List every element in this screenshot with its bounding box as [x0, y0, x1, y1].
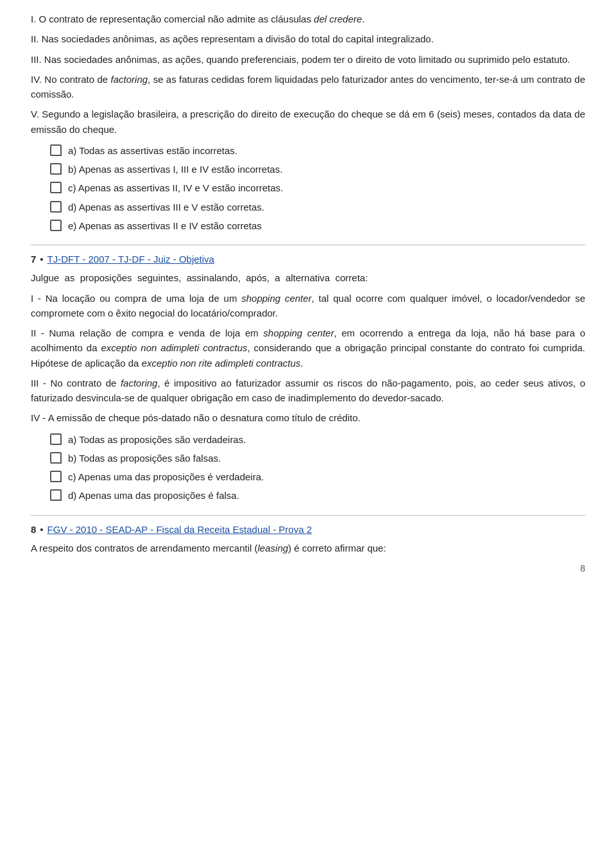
- radio-icon-1b[interactable]: [50, 163, 62, 175]
- assertion-II: II. Nas sociedades anônimas, as ações re…: [31, 31, 585, 46]
- option-2c[interactable]: c) Apenas uma das proposições é verdadei…: [50, 469, 585, 484]
- option-2a[interactable]: a) Todas as proposições são verdadeiras.: [50, 432, 585, 447]
- option-2d-text: d) Apenas uma das proposições é falsa.: [68, 488, 585, 503]
- radio-icon-2a[interactable]: [50, 433, 62, 445]
- option-1d-text: d) Apenas as assertivas III e V estão co…: [68, 200, 585, 214]
- assertion-III: III. Nas sociedades anônimas, as ações, …: [31, 52, 585, 67]
- option-1d[interactable]: d) Apenas as assertivas III e V estão co…: [50, 200, 585, 214]
- page-number: 8: [31, 562, 585, 576]
- radio-icon-1d[interactable]: [50, 201, 62, 213]
- option-1c-text: c) Apenas as assertivas II, IV e V estão…: [68, 180, 585, 195]
- section-divider-2: [31, 515, 585, 516]
- question-7-number: 7: [31, 252, 36, 266]
- question-8-intro: A respeito dos contratos de arrendamento…: [31, 541, 585, 555]
- question-7-para-IV: IV - A emissão de cheque pós-datado não …: [31, 410, 585, 425]
- radio-icon-2d[interactable]: [50, 489, 62, 501]
- assertion-V: V. Segundo a legislação brasileira, a pr…: [31, 107, 585, 137]
- options-group-1: a) Todas as assertivas estão incorretas.…: [31, 143, 585, 233]
- question-7-header: 7 • TJ-DFT - 2007 - TJ-DF - Juiz - Objet…: [31, 252, 585, 266]
- radio-icon-2b[interactable]: [50, 452, 62, 464]
- question-7-para-II: II - Numa relação de compra e venda de l…: [31, 326, 585, 370]
- options-group-2: a) Todas as proposições são verdadeiras.…: [31, 432, 585, 503]
- assertion-IV: IV. No contrato de factoring, se as fatu…: [31, 72, 585, 102]
- question-8-number: 8: [31, 522, 36, 537]
- assertion-I: I. O contrato de representação comercial…: [31, 12, 585, 26]
- option-1e[interactable]: e) Apenas as assertivas II e IV estão co…: [50, 218, 585, 233]
- question-8-link[interactable]: FGV - 2010 - SEAD-AP - Fiscal da Receita…: [47, 522, 312, 537]
- option-2c-text: c) Apenas uma das proposições é verdadei…: [68, 469, 585, 484]
- section-divider-1: [31, 245, 585, 245]
- option-2a-text: a) Todas as proposições são verdadeiras.: [68, 432, 585, 447]
- section-assertions: I. O contrato de representação comercial…: [31, 12, 585, 137]
- bullet-separator: •: [40, 252, 43, 266]
- question-7-para-III: III - No contrato de factoring, é imposi…: [31, 376, 585, 406]
- question-7-para-I: I - Na locação ou compra de uma loja de …: [31, 291, 585, 321]
- radio-icon-2c[interactable]: [50, 471, 62, 482]
- question-7-intro: Julgue as proposições seguintes, assinal…: [31, 270, 585, 285]
- option-2d[interactable]: d) Apenas uma das proposições é falsa.: [50, 488, 585, 503]
- radio-icon-1a[interactable]: [50, 144, 62, 156]
- question-7-link[interactable]: TJ-DFT - 2007 - TJ-DF - Juiz - Objetiva: [47, 252, 214, 266]
- option-1b[interactable]: b) Apenas as assertivas I, III e IV estã…: [50, 162, 585, 177]
- radio-icon-1c[interactable]: [50, 182, 62, 193]
- question-7: 7 • TJ-DFT - 2007 - TJ-DF - Juiz - Objet…: [31, 252, 585, 426]
- option-1c[interactable]: c) Apenas as assertivas II, IV e V estão…: [50, 180, 585, 195]
- radio-icon-1e[interactable]: [50, 220, 62, 231]
- option-1b-text: b) Apenas as assertivas I, III e IV estã…: [68, 162, 585, 177]
- option-1a-text: a) Todas as assertivas estão incorretas.: [68, 143, 585, 158]
- option-2b-text: b) Todas as proposições são falsas.: [68, 451, 585, 466]
- option-1e-text: e) Apenas as assertivas II e IV estão co…: [68, 218, 585, 233]
- option-1a[interactable]: a) Todas as assertivas estão incorretas.: [50, 143, 585, 158]
- question-8: 8 • FGV - 2010 - SEAD-AP - Fiscal da Rec…: [31, 522, 585, 556]
- bullet-separator-2: •: [40, 522, 43, 537]
- option-2b[interactable]: b) Todas as proposições são falsas.: [50, 451, 585, 466]
- question-8-header: 8 • FGV - 2010 - SEAD-AP - Fiscal da Rec…: [31, 522, 585, 537]
